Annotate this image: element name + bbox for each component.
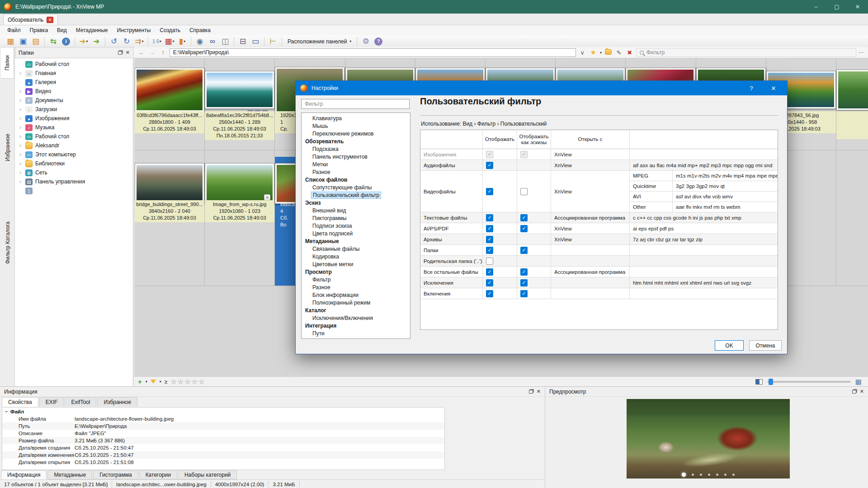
- open-with-cell[interactable]: Ассоциированная программа: [551, 267, 630, 277]
- settings-tree-item[interactable]: Панель инструментов: [302, 153, 410, 161]
- info-tab-exif[interactable]: EXIF: [39, 397, 64, 407]
- thumbnail[interactable]: [135, 68, 204, 112]
- settings-tree-item[interactable]: Связанные файлы: [302, 245, 410, 253]
- pager-dot[interactable]: [732, 474, 735, 476]
- settings-tree-item[interactable]: Блок информации: [302, 291, 410, 299]
- tab-browser[interactable]: Обозреватель ✕: [3, 14, 58, 25]
- settings-tree-item[interactable]: Сопутствующие файлы: [302, 184, 410, 192]
- float-panel-icon[interactable]: [529, 390, 533, 394]
- folder-tree-item[interactable]: ›↓Загрузки: [15, 105, 133, 114]
- checkbox-checked[interactable]: ✓: [486, 290, 493, 297]
- minimize-button[interactable]: –: [806, 0, 826, 14]
- pager-dot[interactable]: [724, 474, 726, 476]
- menu-item[interactable]: Создать: [155, 26, 185, 35]
- thumbnail-checkbox-cell[interactable]: [517, 171, 551, 212]
- preview-pager-dots[interactable]: [627, 473, 790, 477]
- back-icon[interactable]: ←: [137, 49, 146, 56]
- add-category-icon[interactable]: +: [138, 378, 142, 385]
- thumbnail-checkbox-cell[interactable]: [517, 234, 551, 244]
- menu-item[interactable]: Инструменты: [112, 26, 155, 35]
- extensions-cell[interactable]: c c++ cc cpp css gcode h ini js pas php …: [630, 212, 778, 223]
- checkbox-unchecked[interactable]: [486, 258, 493, 265]
- float-panel-icon[interactable]: [118, 51, 122, 55]
- cancel-button[interactable]: Отмена: [749, 340, 782, 351]
- tree-view-icon[interactable]: ⊢: [267, 36, 279, 47]
- display-checkbox-cell[interactable]: ✓: [483, 171, 517, 212]
- expand-chevron-icon[interactable]: ›: [18, 106, 23, 113]
- open-with-icon[interactable]: ➜▾: [78, 36, 90, 47]
- checkbox-checked[interactable]: ✓: [520, 151, 528, 158]
- settings-tree-item[interactable]: Интеграция: [302, 322, 410, 330]
- checkbox-checked[interactable]: ✓: [520, 268, 528, 276]
- thumbnail[interactable]: [205, 71, 274, 109]
- scan-icon[interactable]: ▭: [250, 36, 261, 47]
- extensions-cell[interactable]: [630, 149, 778, 160]
- menu-item[interactable]: Метаданные: [71, 26, 113, 35]
- folder-tree-item[interactable]: ›⌂Главная: [15, 69, 133, 78]
- path-input[interactable]: E:\Wallpaper\Природа\: [170, 48, 576, 57]
- settings-tree-item[interactable]: Полноэкранный режим: [302, 299, 410, 307]
- folder-tree-item[interactable]: ▯: [15, 186, 133, 195]
- rotate-right-icon[interactable]: ↻: [121, 36, 132, 47]
- expand-chevron-icon[interactable]: ›: [18, 151, 23, 158]
- convert-icon[interactable]: ⇆: [47, 36, 59, 47]
- format-extensions[interactable]: 3g2 3gp 3gp2 mov qt: [673, 181, 778, 191]
- panel-tab-гистограмма[interactable]: Гистограмма: [93, 470, 138, 479]
- settings-tree-item[interactable]: Эскиз: [302, 199, 410, 207]
- settings-tree-item[interactable]: Разное: [302, 169, 410, 176]
- thumbnail-checkbox-cell[interactable]: ✓: [517, 223, 551, 234]
- extensions-cell[interactable]: [630, 267, 778, 277]
- menu-item[interactable]: Вид: [52, 26, 71, 35]
- checkbox-checked[interactable]: ✓: [486, 225, 493, 232]
- open-with-cell[interactable]: [551, 288, 630, 299]
- favorite-caret-icon[interactable]: ▾: [600, 51, 602, 55]
- settings-tree-item[interactable]: Список файлов: [302, 176, 410, 184]
- folder-tree-item[interactable]: ▴Галерея: [15, 78, 133, 87]
- settings-tree-item[interactable]: Кодировка: [302, 253, 410, 261]
- menu-item[interactable]: Правка: [25, 26, 53, 35]
- slider-handle[interactable]: [769, 379, 773, 385]
- checkbox-checked[interactable]: ✓: [520, 225, 528, 232]
- menu-item[interactable]: Справка: [185, 26, 215, 35]
- ok-button[interactable]: OK: [715, 340, 744, 351]
- open-with-cell[interactable]: [551, 256, 630, 266]
- settings-tree-item[interactable]: Внешний вид: [302, 207, 410, 215]
- display-checkbox-cell[interactable]: ✓: [483, 212, 517, 223]
- path-dropdown-icon[interactable]: ∨: [578, 49, 587, 56]
- expand-chevron-icon[interactable]: ›: [18, 70, 23, 76]
- extensions-cell[interactable]: ai eps epsf pdf ps: [630, 223, 778, 234]
- open-with-cell[interactable]: XnView: [551, 223, 630, 234]
- folder-tree-item[interactable]: ›Библиотеки: [15, 159, 133, 168]
- settings-gear-icon[interactable]: ⚙: [360, 36, 372, 47]
- settings-tree-item[interactable]: Пиктограммы: [302, 215, 410, 222]
- settings-tree-item[interactable]: Просмотр: [302, 268, 410, 276]
- pager-dot[interactable]: [708, 474, 710, 476]
- folder-tree-item[interactable]: ›▴Изображения: [15, 114, 133, 123]
- open-with-cell[interactable]: XnView: [551, 160, 630, 170]
- expand-chevron-icon[interactable]: ›: [18, 133, 23, 140]
- checkbox-checked[interactable]: ✓: [486, 188, 493, 195]
- display-checkbox-cell[interactable]: ✓: [483, 267, 517, 277]
- display-checkbox-cell[interactable]: ✓: [483, 288, 517, 299]
- checkbox-checked[interactable]: ✓: [520, 214, 528, 221]
- preview-image[interactable]: [627, 399, 790, 479]
- extensions-cell[interactable]: [630, 245, 778, 255]
- maximize-button[interactable]: ▢: [826, 0, 847, 14]
- label-icon[interactable]: ▮▾: [176, 36, 188, 47]
- thumbnail[interactable]: [135, 163, 204, 204]
- expand-chevron-icon[interactable]: ›: [18, 115, 23, 122]
- info-icon[interactable]: i: [60, 36, 72, 47]
- grid-view-icon[interactable]: ▦: [855, 378, 862, 386]
- pager-dot[interactable]: [692, 474, 694, 476]
- capture-icon[interactable]: ◉: [194, 36, 206, 47]
- settings-tree-item[interactable]: Разное: [302, 284, 410, 291]
- settings-tree-item[interactable]: Переключение режимов: [302, 130, 410, 138]
- close-button[interactable]: ✕: [847, 0, 868, 14]
- checkbox-checked[interactable]: ✓: [486, 247, 493, 254]
- pager-dot[interactable]: [682, 473, 686, 477]
- expand-chevron-icon[interactable]: ›: [18, 97, 23, 103]
- move-copy-icon[interactable]: ➜: [90, 36, 102, 47]
- thumbnail-checkbox-cell[interactable]: ✓: [517, 277, 551, 288]
- open-with-cell[interactable]: XnView: [551, 149, 630, 160]
- settings-tree-item[interactable]: Пути: [302, 330, 410, 338]
